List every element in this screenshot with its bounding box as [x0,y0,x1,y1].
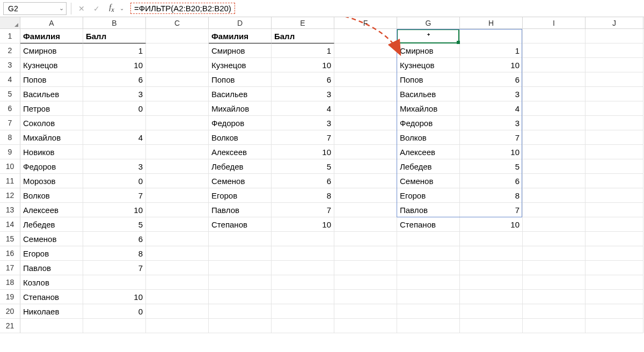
cell[interactable] [146,188,209,203]
cell[interactable] [523,101,586,116]
cell[interactable] [83,145,146,159]
cell[interactable]: Семенов [20,232,83,246]
cell[interactable]: 5 [460,159,523,174]
cell[interactable] [334,116,397,130]
row-header[interactable]: 15 [0,232,20,246]
cell[interactable] [272,319,334,333]
cell[interactable]: Петров [20,101,83,116]
cell[interactable] [209,246,272,261]
accept-formula-button[interactable]: ✓ [91,3,103,14]
cell[interactable]: Волков [209,130,272,145]
cell[interactable] [586,232,643,246]
cell[interactable] [460,29,523,43]
cell[interactable]: 7 [83,188,146,203]
row-header[interactable]: 8 [0,130,20,145]
cell[interactable]: 1 [460,43,523,58]
cell[interactable]: Алексеев [397,145,460,159]
cell[interactable] [334,43,397,58]
cell[interactable]: 6 [83,72,146,87]
row-header[interactable]: 12 [0,188,20,203]
cell[interactable]: Федоров [397,116,460,130]
row-header[interactable]: 2 [0,43,20,58]
cell[interactable]: Попов [20,72,83,87]
cell[interactable]: Васильев [20,87,83,101]
row-header[interactable]: 19 [0,290,20,304]
cell[interactable] [334,101,397,116]
cell[interactable] [460,290,523,304]
cell[interactable] [272,304,334,319]
cell[interactable] [209,275,272,290]
cell[interactable] [523,319,586,333]
cell[interactable] [586,275,643,290]
cell[interactable] [334,145,397,159]
row-header[interactable]: 11 [0,174,20,188]
cell[interactable] [83,275,146,290]
row-header[interactable]: 3 [0,58,20,72]
cell[interactable] [334,304,397,319]
cell[interactable] [146,203,209,217]
cell[interactable]: 3 [272,116,334,130]
cell[interactable] [272,275,334,290]
cell[interactable] [334,174,397,188]
cell[interactable] [523,130,586,145]
row-header[interactable]: 20 [0,304,20,319]
cell[interactable]: 4 [272,101,334,116]
cell[interactable]: Соколов [20,116,83,130]
cell[interactable]: Федоров [209,116,272,130]
cell[interactable]: 8 [83,246,146,261]
cell[interactable] [146,159,209,174]
cell[interactable]: Егоров [209,188,272,203]
cell[interactable] [272,261,334,275]
cell[interactable] [523,304,586,319]
cell[interactable]: 10 [272,145,334,159]
cell[interactable]: 0 [83,304,146,319]
cell[interactable]: 10 [460,217,523,232]
cell[interactable]: Павлов [20,261,83,275]
cell[interactable] [334,290,397,304]
cell[interactable]: Степанов [397,217,460,232]
spreadsheet-grid[interactable]: A B C D E F G H I J 1ФамилияБаллФамилияБ… [0,17,644,352]
cell[interactable]: Балл [83,29,146,43]
cell[interactable] [523,87,586,101]
cell[interactable] [586,101,643,116]
cell[interactable] [397,275,460,290]
cell[interactable] [209,232,272,246]
cell[interactable]: 5 [272,159,334,174]
cell[interactable] [397,29,460,43]
cell[interactable]: Фамилия [20,29,83,43]
cell[interactable] [146,116,209,130]
cell[interactable] [334,261,397,275]
cell[interactable]: 8 [460,188,523,203]
cell[interactable] [20,319,83,333]
column-header[interactable]: C [146,17,209,28]
column-header[interactable]: A [20,17,83,28]
cell[interactable]: Егоров [397,188,460,203]
cell[interactable] [460,261,523,275]
cell[interactable] [334,188,397,203]
cell[interactable] [334,232,397,246]
cell[interactable] [523,72,586,87]
cell[interactable]: 7 [460,203,523,217]
cell[interactable] [523,29,586,43]
cell[interactable] [460,232,523,246]
cell[interactable]: 10 [83,203,146,217]
cell[interactable] [209,261,272,275]
cell[interactable] [209,290,272,304]
chevron-down-icon[interactable]: ⌄ [59,5,64,12]
row-header[interactable]: 5 [0,87,20,101]
cell[interactable] [586,159,643,174]
cell[interactable]: Смирнов [397,43,460,58]
cell[interactable] [523,188,586,203]
cell[interactable] [586,217,643,232]
cell[interactable] [523,217,586,232]
cell[interactable]: 7 [83,261,146,275]
cell[interactable]: Козлов [20,275,83,290]
cell[interactable]: Михайлов [20,130,83,145]
cell[interactable]: Смирнов [20,43,83,58]
cell[interactable]: 6 [83,232,146,246]
cell[interactable]: 10 [83,58,146,72]
cell[interactable] [523,275,586,290]
cell[interactable] [146,304,209,319]
cell[interactable] [523,145,586,159]
cell[interactable]: 6 [272,174,334,188]
